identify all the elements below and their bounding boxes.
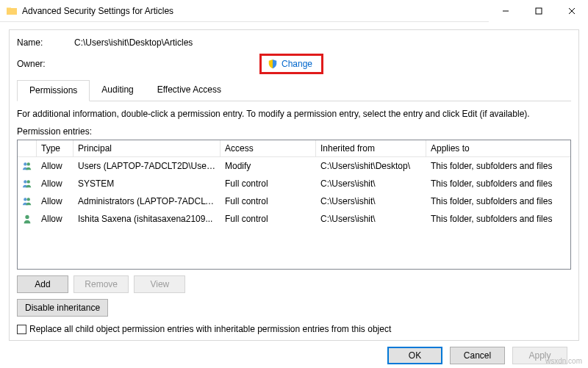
minimize-button[interactable] [489, 0, 522, 22]
replace-checkbox[interactable] [17, 325, 26, 334]
remove-button: Remove [74, 275, 129, 293]
col-applies[interactable]: Applies to [426, 140, 570, 156]
cell-principal: SYSTEM [74, 177, 220, 190]
svg-point-8 [24, 198, 26, 201]
tab-effective-access[interactable]: Effective Access [146, 80, 233, 101]
ok-button[interactable]: OK [387, 347, 442, 364]
col-type[interactable]: Type [37, 140, 74, 156]
svg-rect-1 [536, 8, 542, 14]
col-inherited[interactable]: Inherited from [316, 140, 426, 156]
table-row[interactable]: AllowUsers (LAPTOP-7ADCLT2D\Users)Modify… [18, 157, 570, 175]
permission-grid: Type Principal Access Inherited from App… [17, 140, 571, 270]
cell-access: Full control [220, 195, 316, 208]
svg-point-4 [24, 162, 26, 165]
entries-label: Permission entries: [17, 126, 571, 137]
cell-type: Allow [37, 177, 74, 190]
change-highlight: Change [259, 54, 323, 74]
principal-icon [18, 176, 37, 191]
tab-auditing[interactable]: Auditing [90, 80, 145, 101]
cell-type: Allow [37, 195, 74, 208]
cell-inherited: C:\Users\ishit\ [316, 212, 426, 226]
col-principal[interactable]: Principal [74, 140, 220, 156]
replace-checkbox-label: Replace all child object permission entr… [29, 324, 391, 334]
tabs: Permissions Auditing Effective Access [17, 80, 571, 101]
titlebar: Advanced Security Settings for Articles [0, 0, 588, 22]
cell-inherited: C:\Users\ishit\Desktop\ [316, 159, 426, 173]
cell-access: Modify [220, 159, 316, 173]
svg-point-9 [27, 198, 30, 201]
table-row[interactable]: AllowSYSTEMFull controlC:\Users\ishit\Th… [18, 175, 570, 192]
cell-applies: This folder, subfolders and files [426, 159, 570, 173]
cancel-button[interactable]: Cancel [450, 347, 505, 364]
maximize-button[interactable] [522, 0, 555, 22]
info-text: For additional information, double-click… [17, 109, 571, 119]
table-row[interactable]: AllowIshita Saxena (ishitasaxena2109...F… [18, 210, 570, 228]
grid-header: Type Principal Access Inherited from App… [18, 140, 570, 157]
main-panel: Name: C:\Users\ishit\Desktop\Articles Ow… [9, 29, 579, 341]
cell-applies: This folder, subfolders and files [426, 195, 570, 208]
cell-principal: Administrators (LAPTOP-7ADCLT... [74, 195, 220, 208]
svg-point-7 [27, 180, 30, 183]
cell-type: Allow [37, 212, 74, 226]
cell-inherited: C:\Users\ishit\ [316, 177, 426, 190]
cell-applies: This folder, subfolders and files [426, 212, 570, 226]
owner-label: Owner: [17, 59, 74, 69]
col-access[interactable]: Access [220, 140, 316, 156]
cell-access: Full control [220, 177, 316, 190]
name-value: C:\Users\ishit\Desktop\Articles [74, 37, 193, 48]
principal-icon [18, 212, 37, 226]
table-row[interactable]: AllowAdministrators (LAPTOP-7ADCLT...Ful… [18, 192, 570, 210]
shield-icon [268, 59, 278, 69]
cell-type: Allow [37, 159, 74, 173]
cell-access: Full control [220, 212, 316, 226]
folder-icon [6, 5, 18, 17]
svg-point-6 [24, 180, 26, 183]
window-title: Advanced Security Settings for Articles [22, 6, 489, 16]
disable-inheritance-button[interactable]: Disable inheritance [17, 299, 108, 317]
tab-permissions[interactable]: Permissions [17, 80, 90, 101]
principal-icon [18, 194, 37, 209]
add-button[interactable]: Add [17, 275, 68, 293]
cell-inherited: C:\Users\ishit\ [316, 195, 426, 208]
watermark: wsxdn.com [545, 357, 582, 365]
cell-principal: Users (LAPTOP-7ADCLT2D\Users) [74, 159, 220, 173]
view-button: View [134, 275, 185, 293]
svg-point-10 [25, 215, 29, 219]
cell-applies: This folder, subfolders and files [426, 177, 570, 190]
principal-icon [18, 159, 37, 173]
svg-point-5 [27, 162, 30, 165]
cell-principal: Ishita Saxena (ishitasaxena2109... [74, 212, 220, 226]
close-button[interactable] [555, 0, 588, 22]
change-link[interactable]: Change [282, 59, 312, 69]
name-label: Name: [17, 37, 74, 48]
